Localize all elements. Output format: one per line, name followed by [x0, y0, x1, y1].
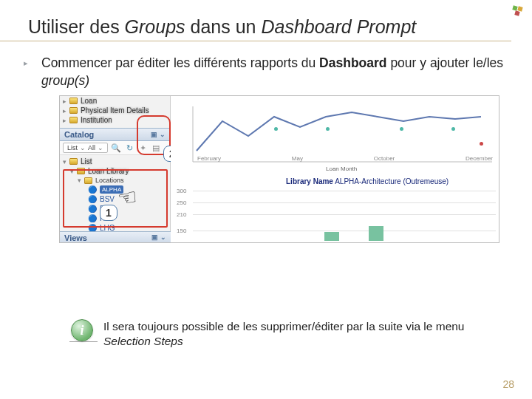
- page-number: 28: [502, 378, 514, 390]
- list-dropdown[interactable]: List ⌄ All ⌄: [63, 143, 108, 153]
- chart-area: February May October December Loan Month…: [171, 96, 499, 243]
- bar-chart: 300 250 210 150: [177, 188, 496, 242]
- brand-logo: [511, 4, 525, 21]
- callout-1: 1: [100, 205, 117, 221]
- search-icon[interactable]: 🔍: [111, 143, 121, 153]
- tree-item[interactable]: Loan: [81, 97, 97, 105]
- tree-item[interactable]: List: [81, 157, 92, 166]
- tree-item[interactable]: Physical Item Details: [81, 106, 149, 115]
- group-icon: 🔵: [88, 185, 97, 194]
- new-icon[interactable]: ✦: [137, 143, 148, 153]
- info-icon: i: [71, 319, 93, 341]
- svg-rect-0: [512, 5, 517, 10]
- svg-rect-1: [517, 6, 522, 11]
- catalog-toolbar: List ⌄ All ⌄ 🔍 ↻ ✦ ▤: [60, 141, 170, 155]
- info-text: Il sera toujours possible de les supprim…: [103, 319, 470, 349]
- group-icon: 🔵: [88, 195, 97, 203]
- screenshot-panel: ▸Loan ▸Physical Item Details ▸Institutio…: [59, 95, 499, 243]
- info-note: i Il sera toujours possible de les suppr…: [71, 319, 470, 349]
- catalog-header: Catalog ▣ ⌄: [60, 128, 170, 141]
- bullet-marker: ▸: [24, 55, 28, 89]
- x-axis-labels: February May October December: [197, 155, 493, 162]
- group-icon: 🔵: [88, 205, 97, 213]
- subchart-title: Library Name ALPHA-Architecture (Outreme…: [286, 177, 449, 185]
- group-icon: 🔵: [88, 214, 97, 222]
- pointer-hand-icon: ☜: [115, 183, 140, 212]
- bullet-item: ▸ Commencer par éditer les différents ra…: [24, 55, 511, 89]
- refresh-icon[interactable]: ↻: [124, 143, 134, 153]
- svg-rect-2: [514, 10, 519, 16]
- tree-item[interactable]: Locations: [95, 177, 124, 184]
- bullet-text: Commencer par éditer les différents rapp…: [41, 55, 511, 89]
- slide-title: Utiliser des Groups dans un Dashboard Pr…: [0, 0, 511, 41]
- views-header: Views ▣ ⌄: [60, 231, 171, 243]
- line-chart: February May October December Loan Month: [178, 99, 496, 170]
- catalog-panel: ▸Loan ▸Physical Item Details ▸Institutio…: [60, 96, 171, 243]
- x-axis-title: Loan Month: [326, 166, 357, 172]
- tree-leaf[interactable]: BSV: [100, 195, 115, 203]
- open-icon[interactable]: ▤: [151, 143, 161, 153]
- tree-item[interactable]: Loan Library: [88, 167, 129, 175]
- tree-item[interactable]: Institution: [81, 116, 112, 124]
